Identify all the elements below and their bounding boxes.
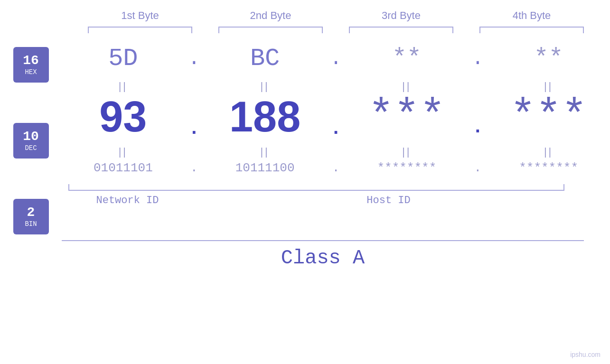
dec-row: 93 . 188 . *** . *** bbox=[62, 95, 610, 138]
main-container: 1st Byte 2nd Byte 3rd Byte 4th Byte 16 H… bbox=[0, 0, 610, 364]
hex-row: 5D . BC . ** . ** bbox=[62, 45, 610, 73]
equals-2-b4: || bbox=[487, 146, 610, 158]
byte3-header: 3rd Byte bbox=[336, 9, 467, 22]
network-bracket bbox=[62, 179, 193, 191]
bin-byte4-value: ******** bbox=[519, 161, 578, 175]
dec-byte1-value: 93 bbox=[99, 93, 147, 140]
equals-2-b3: || bbox=[346, 146, 469, 158]
bracket-byte1 bbox=[75, 27, 206, 35]
equals-1-b2: || bbox=[204, 80, 327, 93]
bin-byte4: ******** bbox=[487, 161, 610, 175]
byte4-header: 4th Byte bbox=[467, 9, 597, 22]
byte1-header: 1st Byte bbox=[75, 9, 206, 22]
bin-byte3-value: ******** bbox=[377, 161, 436, 175]
dec-dot1: . bbox=[185, 95, 204, 138]
bin-dot3: . bbox=[468, 161, 487, 175]
dec-byte2-value: 188 bbox=[229, 93, 300, 140]
dec-byte3: *** bbox=[346, 95, 469, 138]
data-grid: 5D . BC . ** . ** || || bbox=[62, 45, 610, 234]
dec-label: DEC bbox=[25, 144, 37, 152]
equals-2-b1: || bbox=[62, 146, 185, 158]
network-id-label: Network ID bbox=[62, 195, 193, 206]
id-labels: Network ID Host ID bbox=[62, 195, 584, 206]
hex-byte1-value: 5D bbox=[108, 45, 138, 73]
byte2-header: 2nd Byte bbox=[206, 9, 336, 22]
bin-badge: 2 BIN bbox=[13, 199, 49, 234]
dec-badge: 10 DEC bbox=[13, 123, 49, 159]
equals-2-b2: || bbox=[204, 146, 327, 158]
bracket-byte4 bbox=[467, 27, 597, 35]
byte-headers: 1st Byte 2nd Byte 3rd Byte 4th Byte bbox=[75, 9, 597, 22]
dec-byte2: 188 bbox=[204, 95, 327, 138]
hex-byte3-value: ** bbox=[392, 45, 422, 73]
bin-byte1-value: 01011101 bbox=[94, 161, 153, 175]
bin-dot1: . bbox=[185, 161, 204, 175]
hex-dot2: . bbox=[327, 47, 346, 70]
dec-byte4-value: *** bbox=[510, 93, 587, 141]
hex-dot1: . bbox=[185, 47, 204, 70]
base-labels-column: 16 HEX 10 DEC 2 BIN bbox=[0, 45, 62, 234]
equals-1-b4: || bbox=[487, 80, 610, 93]
hex-byte2-value: BC bbox=[250, 45, 280, 73]
hex-badge: 16 HEX bbox=[13, 47, 49, 83]
dec-byte4: *** bbox=[487, 95, 610, 138]
host-bracket bbox=[193, 179, 584, 191]
dec-byte3-value: *** bbox=[368, 93, 445, 141]
hex-number: 16 bbox=[23, 54, 39, 68]
hex-byte4-value: ** bbox=[534, 45, 563, 73]
bracket-byte2 bbox=[206, 27, 336, 35]
top-brackets bbox=[75, 27, 597, 35]
equals-1-b1: || bbox=[62, 80, 185, 93]
bin-byte3: ******** bbox=[346, 161, 469, 175]
bin-byte2: 10111100 bbox=[204, 161, 327, 175]
host-id-label: Host ID bbox=[193, 195, 584, 206]
equals-1-b3: || bbox=[346, 80, 469, 93]
dec-number: 10 bbox=[23, 130, 39, 144]
bottom-brackets bbox=[62, 179, 584, 191]
bin-label: BIN bbox=[25, 220, 37, 228]
hex-byte2: BC bbox=[204, 45, 327, 73]
watermark: ipshu.com bbox=[570, 351, 601, 358]
bin-row: 01011101 . 10111100 . ******** . *******… bbox=[62, 161, 610, 175]
bracket-byte3 bbox=[336, 27, 467, 35]
bin-number: 2 bbox=[27, 205, 35, 220]
dec-byte1: 93 bbox=[62, 95, 185, 138]
bin-byte2-value: 10111100 bbox=[235, 161, 295, 175]
hex-byte4: ** bbox=[487, 45, 610, 73]
bin-byte1: 01011101 bbox=[62, 161, 185, 175]
equals-row-2: || || || || bbox=[62, 146, 610, 158]
hex-byte1: 5D bbox=[62, 45, 185, 73]
equals-row-1: || || || || bbox=[62, 80, 610, 93]
hex-byte3: ** bbox=[346, 45, 469, 73]
bottom-line bbox=[62, 240, 584, 241]
dec-dot3: . bbox=[468, 95, 487, 138]
hex-label: HEX bbox=[25, 68, 37, 76]
bin-dot2: . bbox=[327, 161, 346, 175]
class-label: Class A bbox=[62, 247, 584, 270]
hex-dot3: . bbox=[468, 47, 487, 70]
main-data-area: 16 HEX 10 DEC 2 BIN 5D . BC bbox=[0, 45, 610, 234]
dec-dot2: . bbox=[327, 95, 346, 138]
